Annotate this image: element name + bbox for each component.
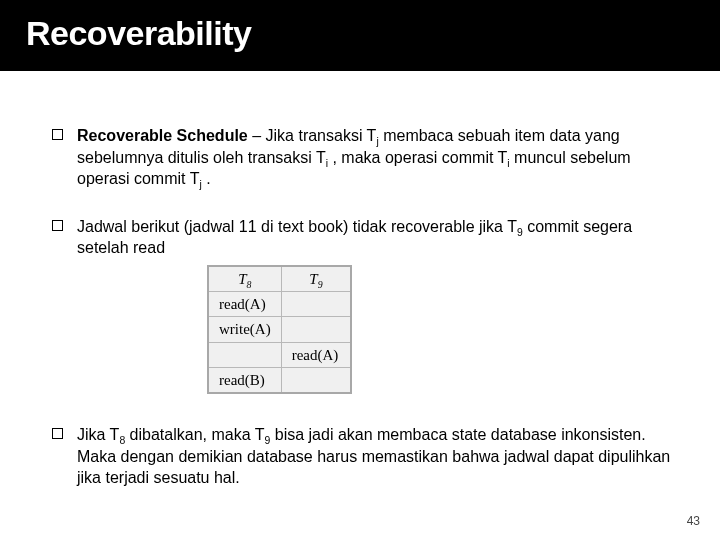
- sub: 9: [318, 279, 323, 290]
- bullet-3: Jika T8 dibatalkan, maka T9 bisa jadi ak…: [52, 424, 680, 489]
- text: – Jika transaksi T: [248, 127, 377, 144]
- table-row: read(A): [208, 342, 351, 367]
- table-header-row: T8 T9: [208, 266, 351, 292]
- text: dibatalkan, maka T: [125, 426, 264, 443]
- bullet-2: Jadwal berikut (jadwal 11 di text book) …: [52, 216, 680, 394]
- schedule-table-wrap: T8 T9 read(A) write(A) read(A) read(B): [207, 265, 680, 394]
- bullet-1-text: Recoverable Schedule – Jika transaksi Tj…: [77, 125, 680, 190]
- bullet-3-text: Jika T8 dibatalkan, maka T9 bisa jadi ak…: [77, 424, 680, 489]
- cell: read(A): [208, 292, 281, 317]
- cell: write(A): [208, 317, 281, 342]
- text: .: [202, 170, 211, 187]
- cell: [281, 367, 351, 393]
- cell: [281, 317, 351, 342]
- cell: [208, 342, 281, 367]
- table-row: read(B): [208, 367, 351, 393]
- cell: [281, 292, 351, 317]
- col-t9: T9: [281, 266, 351, 292]
- slide-title: Recoverability: [0, 0, 720, 71]
- bullet-2-text: Jadwal berikut (jadwal 11 di text book) …: [77, 216, 680, 394]
- cell: read(A): [281, 342, 351, 367]
- text: Jadwal berikut (jadwal 11 di text book) …: [77, 218, 517, 235]
- bullet-1: Recoverable Schedule – Jika transaksi Tj…: [52, 125, 680, 190]
- col-t8: T8: [208, 266, 281, 292]
- page-number: 43: [687, 514, 700, 528]
- table-row: write(A): [208, 317, 351, 342]
- sub: 8: [247, 279, 252, 290]
- table-row: read(A): [208, 292, 351, 317]
- text: T: [309, 271, 317, 287]
- text: , maka operasi commit T: [328, 149, 507, 166]
- schedule-table: T8 T9 read(A) write(A) read(A) read(B): [207, 265, 352, 394]
- slide-body: Recoverable Schedule – Jika transaksi Tj…: [0, 71, 720, 489]
- term-recoverable-schedule: Recoverable Schedule: [77, 127, 248, 144]
- text: Jika T: [77, 426, 119, 443]
- bullet-marker: [52, 129, 63, 140]
- text: T: [238, 271, 246, 287]
- bullet-marker: [52, 428, 63, 439]
- cell: read(B): [208, 367, 281, 393]
- bullet-marker: [52, 220, 63, 231]
